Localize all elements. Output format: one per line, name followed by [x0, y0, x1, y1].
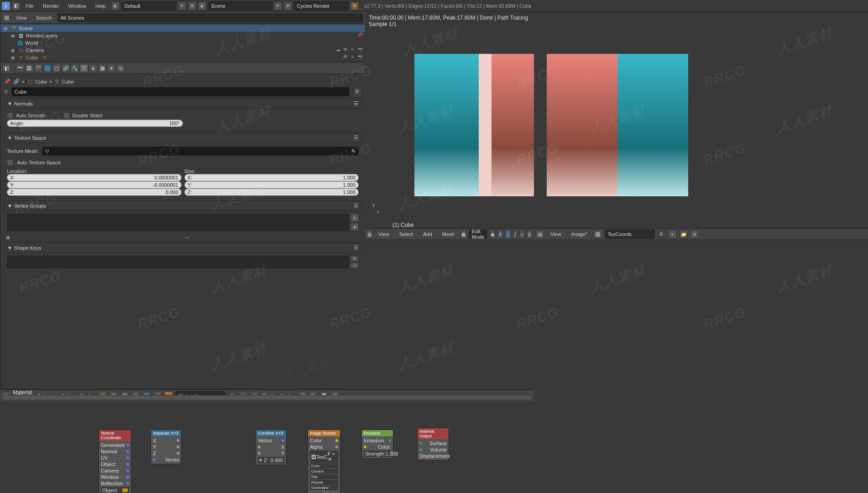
fake-user-button[interactable]: F: [658, 230, 666, 239]
grip-icon[interactable]: ☰: [354, 203, 358, 209]
remove-sk-icon[interactable]: −: [350, 262, 359, 268]
mode-icon[interactable]: ▦: [461, 230, 466, 238]
mode-selector[interactable]: Edit Mode: [469, 230, 488, 239]
pin-icon[interactable]: 📌: [4, 79, 10, 84]
outliner-item-cube[interactable]: ⊕▽Cube▽👁↖📷: [0, 54, 365, 61]
eye-icon[interactable]: 👁: [342, 47, 349, 53]
layers-tab-icon[interactable]: 🖼: [25, 64, 33, 72]
menu-window[interactable]: Window: [65, 2, 90, 10]
view-menu[interactable]: View: [375, 230, 393, 238]
close-scene-icon[interactable]: ✕: [284, 2, 292, 10]
add-spacer-icon[interactable]: ⊕: [6, 235, 10, 241]
pin-icon[interactable]: 📌: [357, 32, 363, 39]
node-emission[interactable]: Emission Emission Color: Strength:1.000: [361, 430, 393, 459]
size-z-input[interactable]: Z:1.000: [184, 189, 359, 196]
link-icon[interactable]: 🔗: [13, 79, 20, 84]
data-tab-icon[interactable]: ▽: [80, 64, 88, 72]
unlink-icon[interactable]: ✕: [690, 230, 699, 238]
view-menu[interactable]: View: [547, 230, 565, 238]
render-icon[interactable]: ⟳: [350, 2, 359, 10]
auto-texspace-checkbox[interactable]: [7, 159, 13, 166]
add-layout-icon[interactable]: +: [178, 2, 186, 10]
view-menu[interactable]: View: [12, 14, 31, 22]
source-select[interactable]: Generated: [310, 485, 338, 490]
scene-tab-icon[interactable]: 🎬: [34, 64, 42, 72]
scene-selector[interactable]: Scene: [208, 1, 272, 10]
node-header[interactable]: Texture Coordinate: [99, 430, 131, 441]
object-field[interactable]: Object:: [101, 487, 129, 493]
loc-x-input[interactable]: X:0.0000001: [7, 174, 182, 181]
open-image-icon[interactable]: 📁: [680, 230, 688, 238]
scene-icon[interactable]: ⬖: [198, 2, 206, 10]
outliner-item-renderlayers[interactable]: ⊕🖼RenderLayers📌: [0, 32, 365, 39]
grip-icon[interactable]: ☰: [354, 135, 358, 141]
editor-type-icon[interactable]: ◧: [2, 64, 10, 72]
add-sk-icon[interactable]: +: [350, 256, 359, 262]
node-image-texture[interactable]: Image Texture Color Alpha 🖼TexCF + ✕ Col…: [308, 430, 340, 493]
size-y-input[interactable]: Y:1.000: [184, 181, 359, 189]
particles-tab-icon[interactable]: ✦: [107, 64, 115, 72]
image-menu[interactable]: Image*: [568, 230, 591, 238]
menu-help[interactable]: Help: [92, 2, 110, 10]
modifiers-tab-icon[interactable]: 🔧: [71, 64, 79, 72]
viewport-right[interactable]: ▤ View Image* 🖼 TexCoords F + 📁 ✕: [534, 12, 868, 240]
world-tab-icon[interactable]: 🌐: [43, 64, 52, 72]
vert-select-icon[interactable]: ⋮: [505, 230, 511, 238]
outliner-item-world[interactable]: 🌐World: [0, 39, 365, 47]
node-header[interactable]: Material Output: [418, 428, 449, 439]
select-menu[interactable]: Select: [396, 230, 417, 238]
node-header[interactable]: Emission: [362, 430, 393, 436]
outliner-filter[interactable]: All Scenes: [58, 13, 363, 22]
shape-keys-section-header[interactable]: ▼Shape Keys☰: [4, 242, 361, 253]
menu-render[interactable]: Render: [39, 2, 63, 10]
render-tab-icon[interactable]: 📷: [16, 64, 24, 72]
outliner-item-camera[interactable]: ⊕🎥Camera☁👁↖📷: [0, 47, 365, 54]
viewport-left[interactable]: Time:00:00.00 | Mem:17.60M, Peak:17.60M …: [365, 12, 534, 240]
render-engine-selector[interactable]: Cycles Render: [294, 1, 349, 10]
normals-section-header[interactable]: ▼Normals☰: [4, 98, 361, 109]
size-x-input[interactable]: X:1.000: [184, 174, 359, 181]
angle-input[interactable]: Angle:180°: [7, 120, 183, 127]
object-tab-icon[interactable]: ▢: [52, 64, 61, 72]
projection-select[interactable]: Flat: [310, 474, 338, 479]
node-material-output[interactable]: Material Output Surface Volume Displacem…: [417, 428, 449, 461]
grip-icon[interactable]: ☰: [354, 100, 358, 106]
material-tab-icon[interactable]: ●: [89, 64, 97, 72]
cursor-icon[interactable]: ↖: [350, 54, 356, 61]
physics-tab-icon[interactable]: ⊙: [116, 64, 125, 72]
node-header[interactable]: Combine XYZ: [256, 430, 286, 436]
window-type-icon[interactable]: ◧: [12, 2, 20, 10]
constraints-tab-icon[interactable]: 🔗: [62, 64, 70, 72]
z-input[interactable]: Z:0.000: [258, 457, 284, 463]
node-header[interactable]: Separate XYZ: [151, 430, 181, 436]
double-sided-checkbox[interactable]: [63, 112, 70, 119]
render-icon[interactable]: 📷: [357, 47, 363, 53]
editor-type-icon[interactable]: ▤: [2, 14, 10, 22]
eyedropper-icon[interactable]: ✎: [351, 148, 356, 154]
colorspace-select[interactable]: Color: [310, 463, 338, 468]
render-icon[interactable]: 📷: [357, 54, 363, 61]
edge-select-icon[interactable]: ╱: [513, 230, 517, 238]
node-editor[interactable]: Texture Coordinate Generated Normal UV O…: [0, 389, 534, 389]
breadcrumb-data[interactable]: Cube: [62, 79, 73, 84]
special-vg-icon[interactable]: ▾: [350, 223, 359, 231]
outliner-tree[interactable]: ⊖🎬Scene ⊕🖼RenderLayers📌 🌐World ⊕🎥Camera☁…: [0, 24, 365, 62]
add-scene-icon[interactable]: +: [274, 2, 282, 10]
search-menu[interactable]: Search: [32, 14, 56, 22]
node-combine-xyz[interactable]: Combine XYZ Vector X Y Z:0.000: [256, 430, 287, 465]
extension-select[interactable]: Repeat: [310, 480, 338, 485]
texture-mesh-input[interactable]: ▽✎: [42, 147, 359, 156]
image-select[interactable]: 🖼TexCF + ✕: [310, 451, 338, 463]
cloud-icon[interactable]: ☁: [335, 47, 341, 53]
limit-sel-icon[interactable]: ⊡: [527, 230, 532, 238]
outliner-item-scene[interactable]: ⊖🎬Scene: [0, 25, 365, 32]
editor-type-icon[interactable]: ▤: [536, 230, 544, 238]
auto-smooth-checkbox[interactable]: [7, 112, 13, 119]
back-icon[interactable]: ⬖: [111, 2, 120, 10]
close-layout-icon[interactable]: ✕: [188, 2, 196, 10]
image-name-input[interactable]: TexCoords: [605, 230, 655, 239]
grip-icon[interactable]: ☰: [354, 245, 358, 251]
interpolation-select[interactable]: Closest: [310, 469, 338, 474]
loc-z-input[interactable]: Z:0.000: [7, 189, 182, 196]
shading-icon[interactable]: ◉: [490, 230, 495, 238]
